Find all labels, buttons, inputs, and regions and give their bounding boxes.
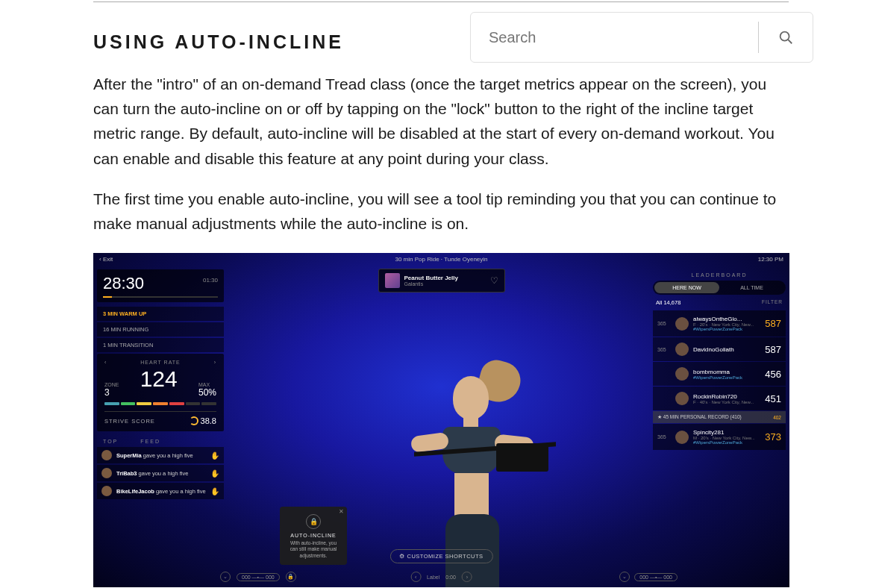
score: 456 [765, 369, 781, 380]
leaderboard-row[interactable]: 365alwaysOntheGlo...F · 20's · New York … [653, 310, 786, 337]
avatar [675, 343, 689, 356]
score: 373 [765, 431, 781, 442]
timer-progress [103, 296, 218, 298]
feed-row[interactable]: BikeLifeJacob gave you a high five✋ [97, 483, 224, 499]
song-artist: Galantis [404, 281, 486, 287]
chevron-right-icon[interactable]: › [462, 572, 472, 582]
heart-rate-panel: ‹HEART RATE› ZONE3 124 MAX50% STRIVE SCO… [97, 354, 224, 431]
feed-tab-feed[interactable]: FEED [140, 439, 160, 444]
feed-text: SuperMia gave you a high five [116, 452, 206, 459]
chevron-down-icon[interactable]: ⌄ [220, 572, 231, 582]
zone-value: 3 [104, 387, 119, 398]
rank: 365 [657, 321, 671, 326]
avatar [101, 486, 112, 496]
timer-panel: 28:30 01:30 [97, 269, 224, 302]
class-title: 30 min Pop Ride · Tunde Oyeneyin [93, 256, 789, 263]
avatar [101, 450, 112, 460]
segment-item[interactable]: 16 MIN RUNNING [97, 322, 224, 337]
tooltip-title: AUTO-INCLINE [286, 533, 341, 538]
customize-shortcuts-button[interactable]: ⚙ CUSTOMIZE SHORTCUTS [389, 549, 492, 563]
feed-row[interactable]: TriBab3 gave you a high five✋ [97, 465, 224, 481]
zone-bar [104, 402, 119, 405]
tread-screenshot: ‹ Exit 30 min Pop Ride · Tunde Oyeneyin … [93, 253, 789, 587]
lock-icon: 🔒 [306, 514, 321, 529]
heart-rate-value: 124 [140, 366, 178, 392]
leaderboard-tabs: HERE NOW ALL TIME [653, 281, 786, 295]
album-art [385, 273, 400, 288]
search-button[interactable] [759, 29, 813, 46]
close-icon[interactable]: ✕ [339, 508, 344, 515]
high-five-icon[interactable]: ✋ [210, 451, 219, 460]
leaderboard-count: All 14,678 [656, 299, 680, 306]
left-metrics-column: 28:30 01:30 3 MIN WARM UP16 MIN RUNNING1… [97, 269, 224, 501]
zone-bar [169, 402, 184, 405]
segment-item[interactable]: 1 MIN TRANSITION [97, 338, 224, 352]
paragraph-2: The first time you enable auto-incline, … [93, 187, 780, 236]
leaderboard-panel: LEADERBOARD HERE NOW ALL TIME All 14,678… [653, 269, 786, 451]
incline-range-pill[interactable]: 000 —•— 000 [237, 573, 280, 581]
feed-header: TOP FEED [97, 436, 224, 447]
leaderboard-row[interactable]: RockinRobin720F · 40's · New York City, … [653, 387, 786, 410]
zone-label: ZONE [104, 382, 119, 387]
segment-item[interactable]: 3 MIN WARM UP [97, 307, 224, 321]
search-input[interactable] [471, 29, 758, 46]
svg-line-1 [788, 40, 792, 43]
score: 587 [765, 318, 781, 329]
high-five-icon[interactable]: ✋ [210, 469, 219, 478]
treadmill-console [496, 443, 548, 472]
username: alwaysOntheGlo... [693, 316, 760, 322]
divider [93, 1, 789, 2]
zone-bar [153, 402, 168, 405]
center-time: 0:00 [445, 575, 456, 580]
leaderboard-title: LEADERBOARD [653, 269, 786, 281]
tooltip-body: With auto-incline, you can still make ma… [286, 540, 341, 559]
paragraph-1: After the "intro" of an on-demand Tread … [93, 72, 780, 171]
search-bar[interactable] [470, 12, 813, 63]
now-playing-card[interactable]: Peanut Butter Jelly Galantis ♡ [378, 269, 505, 293]
avatar [675, 431, 689, 444]
heart-icon[interactable]: ♡ [490, 275, 498, 286]
segment-list: 3 MIN WARM UP16 MIN RUNNING1 MIN TRANSIT… [97, 307, 224, 352]
zone-bar [121, 402, 136, 405]
avatar [675, 367, 689, 381]
score: 587 [765, 344, 781, 355]
chevron-down-icon[interactable]: ⌄ [619, 572, 630, 582]
chevron-left-icon[interactable]: ‹ [410, 572, 421, 582]
user-tag: #WipersPowerZonePack [693, 375, 760, 380]
song-title: Peanut Butter Jelly [404, 275, 486, 281]
pr-label: ★ 45 MIN PERSONAL RECORD (410) [657, 414, 742, 420]
zone-bar [186, 402, 201, 405]
leaderboard-row[interactable]: 365 Spincity281 M · 20's · New York City… [653, 424, 786, 450]
timer-value: 28:30 [103, 274, 218, 293]
leaderboard-row[interactable]: bombmomma#WipersPowerZonePack456 [653, 362, 786, 386]
avatar [675, 392, 689, 405]
tab-here-now[interactable]: HERE NOW [654, 282, 719, 293]
personal-record-row: ★ 45 MIN PERSONAL RECORD (410) 402 [653, 411, 786, 423]
feed-text: TriBab3 gave you a high five [116, 470, 206, 477]
center-label: Label [427, 575, 439, 580]
tab-all-time[interactable]: ALL TIME [719, 282, 784, 293]
lock-button[interactable]: 🔒 [286, 572, 296, 582]
user-tag: #WipersPowerZonePack [693, 440, 760, 445]
score: 451 [765, 393, 781, 404]
rank: 365 [657, 434, 671, 440]
max-value: 50% [198, 387, 216, 398]
speed-range-pill[interactable]: 000 —•— 000 [634, 573, 678, 581]
avatar [101, 468, 112, 478]
rank: 365 [657, 347, 671, 352]
max-label: MAX [198, 382, 216, 387]
feed-text: BikeLifeJacob gave you a high five [116, 488, 206, 495]
leaderboard-rows: 365alwaysOntheGlo...F · 20's · New York … [653, 310, 786, 410]
feed-tab-top[interactable]: TOP [103, 439, 118, 444]
feed-row[interactable]: SuperMia gave you a high five✋ [97, 447, 224, 463]
username: RockinRobin720 [693, 393, 760, 400]
high-five-icon[interactable]: ✋ [210, 487, 219, 495]
strive-value: 38.8 [201, 416, 216, 425]
timer-end: 01:30 [203, 277, 218, 284]
auto-incline-tooltip: ✕ 🔒 AUTO-INCLINE With auto-incline, you … [280, 507, 347, 565]
section-heading: USING AUTO-INCLINE [93, 31, 344, 53]
username: bombmomma [693, 369, 760, 375]
filter-button[interactable]: FILTER [762, 299, 783, 306]
status-bar: ‹ Exit 30 min Pop Ride · Tunde Oyeneyin … [93, 253, 789, 265]
leaderboard-row[interactable]: 365DavidnoGoliath587 [653, 337, 786, 361]
